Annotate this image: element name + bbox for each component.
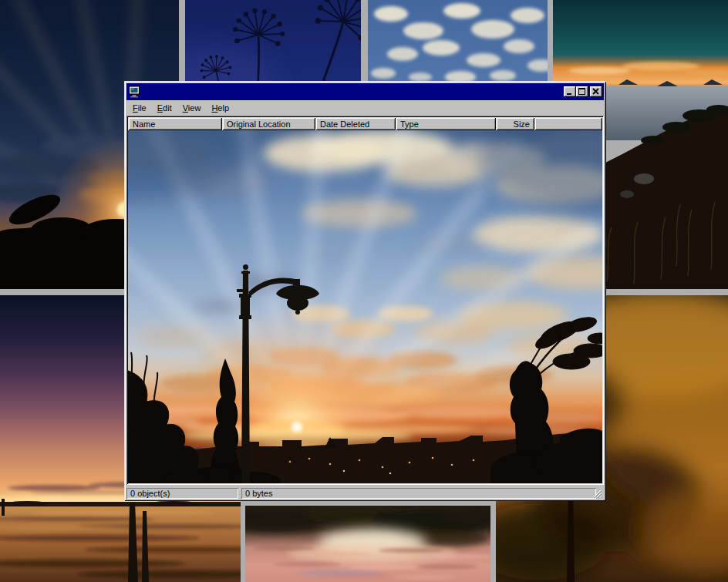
window-titlebar[interactable] — [126, 83, 604, 100]
close-icon — [590, 86, 602, 97]
menu-bar: File Edit View Help — [126, 100, 604, 116]
status-size: 0 bytes — [241, 488, 596, 499]
minimize-button[interactable] — [564, 86, 576, 97]
recycle-bin-window: File Edit View Help Name Original Locati… — [124, 81, 606, 501]
water-reflection-photo-art — [245, 506, 490, 582]
column-header-type[interactable]: Type — [396, 117, 496, 130]
menu-file[interactable]: File — [127, 101, 152, 116]
column-header-size[interactable]: Size — [496, 117, 534, 130]
status-object-count: 0 object(s) — [126, 488, 238, 499]
menu-view[interactable]: View — [177, 101, 207, 116]
column-header-date-deleted[interactable]: Date Deleted — [315, 117, 396, 130]
computer-icon[interactable] — [128, 86, 140, 98]
desktop: File Edit View Help Name Original Locati… — [0, 0, 728, 582]
maximize-icon — [576, 86, 588, 97]
column-header-spacer — [534, 117, 602, 130]
minimize-icon — [564, 86, 576, 97]
menu-help[interactable]: Help — [206, 101, 234, 116]
window-controls — [564, 86, 602, 97]
resize-grip-icon[interactable] — [592, 489, 602, 498]
column-header-row: Name Original Location Date Deleted Type… — [128, 117, 602, 130]
close-button[interactable] — [590, 86, 602, 97]
status-bar: 0 object(s) 0 bytes — [126, 486, 604, 500]
wallpaper-photo-water-reflection — [245, 506, 490, 582]
maximize-button[interactable] — [576, 86, 588, 97]
menu-edit[interactable]: Edit — [152, 101, 177, 116]
folder-view-area[interactable] — [128, 130, 602, 483]
list-view: Name Original Location Date Deleted Type… — [126, 116, 604, 485]
column-header-name[interactable]: Name — [128, 117, 222, 130]
sunset-lamp-photo — [128, 130, 602, 483]
column-header-original-location[interactable]: Original Location — [222, 117, 315, 130]
